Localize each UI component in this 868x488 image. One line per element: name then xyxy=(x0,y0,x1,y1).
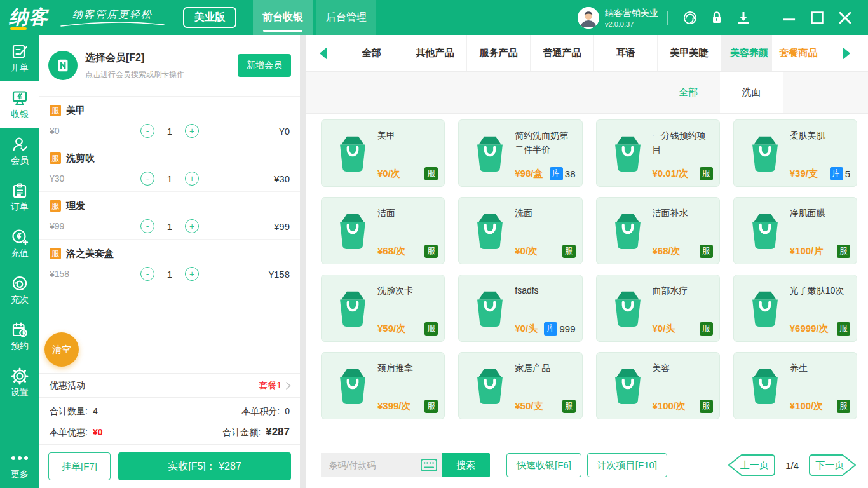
category-tab-nail-lash[interactable]: 美甲美睫 xyxy=(658,35,721,71)
keyboard-icon[interactable] xyxy=(416,453,442,477)
minus-button[interactable]: - xyxy=(140,124,154,138)
product-name: 洁面补水 xyxy=(653,206,713,243)
sidebar-item-label: 充值 xyxy=(11,248,29,259)
category-tab-package[interactable]: 套餐商品 xyxy=(772,35,825,71)
subcategory-spacer xyxy=(306,72,656,113)
category-tab-eryu[interactable]: 耳语 xyxy=(594,35,658,71)
sidebar-item-recharge[interactable]: 充值 xyxy=(0,220,39,267)
service-tag: 服 xyxy=(50,248,61,259)
tab-back-manage[interactable]: 后台管理 xyxy=(316,0,376,35)
discount-value: ¥0 xyxy=(93,427,103,437)
product-card[interactable]: fsadfs ¥0/头库999 xyxy=(458,274,582,342)
sidebar-item-orders[interactable]: 订单 xyxy=(0,174,39,220)
product-card[interactable]: 光子嫩肤10次 ¥6999/次服 xyxy=(733,274,857,342)
sidebar-item-recharge-times[interactable]: 充次 xyxy=(0,267,39,313)
edition-badge[interactable]: 美业版 xyxy=(183,7,236,28)
clear-cart-button[interactable]: 清空 xyxy=(44,332,79,367)
service-badge: 服 xyxy=(837,322,850,336)
close-icon[interactable] xyxy=(837,10,853,26)
cashier-icon xyxy=(11,89,29,107)
category-tab-service[interactable]: 服务产品 xyxy=(467,35,531,71)
service-badge: 服 xyxy=(424,400,438,413)
main-area: 开单 收银 会员 订单 充值 充次 xyxy=(0,35,868,488)
product-price: ¥0/次 xyxy=(377,168,424,180)
minus-button[interactable]: - xyxy=(140,219,154,233)
product-card[interactable]: 养生 ¥100/次服 xyxy=(733,352,857,419)
cart-item[interactable]: 服理发 ¥99 -1+ ¥99 xyxy=(39,192,300,240)
user-chip[interactable]: 纳客营销美业 v2.0.0.37 xyxy=(578,7,658,29)
add-member-button[interactable]: 新增会员 xyxy=(238,54,291,77)
support-icon[interactable] xyxy=(682,10,698,25)
next-page-button[interactable]: 下一页 xyxy=(808,454,858,477)
tab-front-cashier[interactable]: 前台收银 xyxy=(253,0,313,35)
product-card[interactable]: 洗面 ¥0/次服 xyxy=(458,197,582,264)
cart-item-qty: 1 xyxy=(154,221,185,232)
sidebar-item-billing[interactable]: 开单 xyxy=(0,35,39,81)
member-card-icon[interactable] xyxy=(48,51,78,80)
cart-item[interactable]: 服洗剪吹 ¥30 -1+ ¥30 xyxy=(39,144,300,192)
cart-item[interactable]: 服洛之美套盒 ¥158 -1+ ¥158 xyxy=(39,240,300,287)
product-price: ¥0/头 xyxy=(653,323,700,335)
product-name: 美容 xyxy=(653,361,713,398)
product-grid: 美甲 ¥0/次服 简约洗面奶第二件半价 ¥98/盒库38 一分钱预约项目 ¥0.… xyxy=(306,114,868,442)
product-card[interactable]: 洗脸次卡 ¥59/次服 xyxy=(321,274,445,342)
service-badge: 服 xyxy=(837,400,850,413)
minimize-icon[interactable] xyxy=(781,10,797,26)
minus-button[interactable]: - xyxy=(140,172,154,186)
prev-page-button[interactable]: 上一页 xyxy=(726,454,776,477)
shopping-bag-icon xyxy=(603,358,653,414)
category-tab-other[interactable]: 其他产品 xyxy=(403,35,467,71)
quick-cashier-button[interactable]: 快速收银[F6] xyxy=(506,453,581,477)
sidebar-item-cashier[interactable]: 收银 xyxy=(0,81,39,128)
maximize-icon[interactable] xyxy=(809,10,825,26)
category-tab-bar: 全部 其他产品 服务产品 普通产品 耳语 美甲美睫 美容养颜 套餐商品 xyxy=(306,35,868,72)
members-icon xyxy=(11,135,29,153)
plus-button[interactable]: + xyxy=(185,124,199,138)
plus-button[interactable]: + xyxy=(185,219,199,233)
plus-button[interactable]: + xyxy=(185,172,199,186)
download-icon[interactable] xyxy=(736,10,751,25)
category-tab-general[interactable]: 普通产品 xyxy=(531,35,594,71)
category-tab-beauty-care[interactable]: 美容养颜 xyxy=(721,35,772,71)
product-card[interactable]: 颈肩推拿 ¥399/次服 xyxy=(321,352,445,419)
shopping-bag-icon xyxy=(328,203,377,259)
sidebar-item-members[interactable]: 会员 xyxy=(0,128,39,174)
cart-item[interactable]: 服美甲 ¥0 -1+ ¥0 xyxy=(39,97,300,144)
product-card[interactable]: 洁面 ¥68/次服 xyxy=(321,197,445,264)
barcode-search-input[interactable] xyxy=(321,453,416,477)
product-card[interactable]: 美甲 ¥0/次服 xyxy=(321,119,445,187)
product-name: 一分钱预约项目 xyxy=(653,128,713,166)
product-card[interactable]: 简约洗面奶第二件半价 ¥98/盒库38 xyxy=(458,119,582,187)
hold-order-button[interactable]: 挂单[F7] xyxy=(48,452,111,480)
subcategory-tab-face-wash[interactable]: 洗面 xyxy=(720,72,783,113)
sidebar-item-more[interactable]: 更多 xyxy=(0,446,39,483)
product-card[interactable]: 洁面补水 ¥68/次服 xyxy=(596,197,720,264)
product-card[interactable]: 一分钱预约项目 ¥0.01/次服 xyxy=(596,119,720,187)
sidebar-item-settings[interactable]: 设置 xyxy=(0,360,39,406)
product-card[interactable]: 家居产品 ¥50/支服 xyxy=(458,352,582,419)
lock-icon[interactable] xyxy=(709,10,724,25)
points-label: 本单积分: xyxy=(241,406,280,417)
product-card[interactable]: 净肌面膜 ¥100/片服 xyxy=(733,197,857,264)
sidebar-item-appointments[interactable]: 预约 xyxy=(0,313,39,360)
tabs-scroll-left[interactable] xyxy=(306,35,340,71)
promo-row[interactable]: 优惠活动 套餐1 xyxy=(39,373,300,397)
product-card[interactable]: 面部水疗 ¥0/头服 xyxy=(596,274,720,342)
category-tab-all[interactable]: 全部 xyxy=(340,35,403,71)
plus-button[interactable]: + xyxy=(185,267,199,281)
checkout-button[interactable]: 实收[F5]： ¥287 xyxy=(118,452,291,480)
product-card[interactable]: 柔肤美肌 ¥39/支库5 xyxy=(733,119,857,187)
shopping-bag-icon xyxy=(740,358,790,414)
tabs-scroll-right[interactable] xyxy=(825,35,868,71)
member-select-title: 选择会员[F2] xyxy=(85,51,238,65)
subcategory-tab-all[interactable]: 全部 xyxy=(656,72,720,113)
member-select-area[interactable]: 选择会员[F2] 点击进行会员搜索或刷卡操作 xyxy=(85,51,238,80)
minus-button[interactable]: - xyxy=(140,267,154,281)
search-button[interactable]: 搜索 xyxy=(442,453,490,477)
product-card[interactable]: 美容 ¥100/次服 xyxy=(596,352,720,419)
cart-item-qty: 1 xyxy=(154,269,185,280)
divider xyxy=(667,11,668,25)
count-project-button[interactable]: 计次项目[F10] xyxy=(587,453,667,477)
service-badge: 服 xyxy=(424,322,438,336)
service-badge: 服 xyxy=(700,245,713,258)
